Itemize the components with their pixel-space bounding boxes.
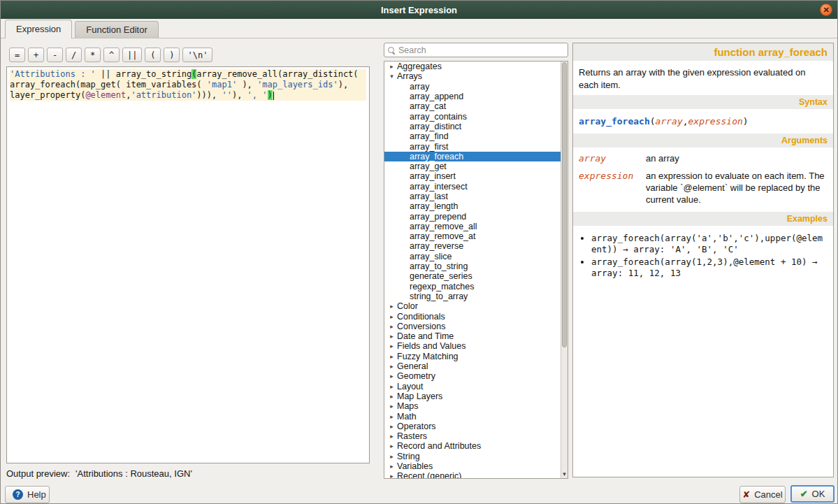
operator-button-8[interactable]: ) — [164, 48, 180, 62]
argument-description: an array — [646, 153, 828, 165]
tree-item-label: array_to_string — [410, 261, 468, 271]
search-icon — [388, 47, 395, 54]
scroll-down-icon[interactable]: ▾ — [561, 470, 568, 477]
tree-item-array-last[interactable]: array_last — [384, 192, 561, 201]
tree-item-label: Conditionals — [397, 312, 445, 322]
chevron-right-icon[interactable]: ▸ — [387, 423, 397, 430]
tree-item-array-length[interactable]: array_length — [384, 201, 561, 211]
chevron-right-icon[interactable]: ▸ — [387, 442, 397, 449]
tree-item-array[interactable]: array — [384, 82, 561, 92]
code-line: array_foreach(map_get( item_variables( '… — [10, 80, 366, 90]
operator-button-4[interactable]: * — [85, 48, 101, 62]
tree-group-operators[interactable]: ▸Operators — [384, 422, 561, 431]
chevron-right-icon[interactable]: ▸ — [387, 383, 397, 390]
operator-button-0[interactable]: = — [9, 48, 25, 62]
tree-group-string[interactable]: ▸String — [384, 452, 561, 461]
tree-item-label: array_slice — [410, 252, 451, 261]
tree-group-arrays[interactable]: ▾Arrays — [384, 71, 561, 81]
tree-item-regexp-matches[interactable]: regexp_matches — [384, 282, 561, 291]
tree-item-array-distinct[interactable]: array_distinct — [384, 122, 561, 131]
tree-item-array-foreach[interactable]: array_foreach — [384, 152, 561, 161]
tree-scrollbar[interactable]: ▾ — [561, 62, 568, 478]
tab-expression[interactable]: Expression — [5, 20, 72, 38]
expression-editor[interactable]: 'Attributions : ' || array_to_string(arr… — [6, 66, 370, 463]
tree-group-maps[interactable]: ▸Maps — [384, 401, 561, 411]
tree-item-array-contains[interactable]: array_contains — [384, 111, 561, 121]
search-input[interactable] — [398, 45, 564, 55]
tree-group-layout[interactable]: ▸Layout — [384, 382, 561, 391]
tree-group-conditionals[interactable]: ▸Conditionals — [384, 311, 561, 321]
tree-group-fuzzy-matching[interactable]: ▸Fuzzy Matching — [384, 352, 561, 361]
tree-item-array-intersect[interactable]: array_intersect — [384, 182, 561, 192]
tree-item-array-reverse[interactable]: array_reverse — [384, 241, 561, 251]
tree-item-label: array_last — [410, 192, 448, 201]
tree-item-array-remove-at[interactable]: array_remove_at — [384, 231, 561, 241]
tab-content-divider — [1, 38, 837, 38]
tab-bar: Expression Function Editor — [5, 20, 159, 38]
chevron-right-icon[interactable]: ▸ — [387, 63, 397, 70]
operator-button-2[interactable]: - — [47, 48, 63, 62]
chevron-right-icon[interactable]: ▸ — [387, 303, 397, 310]
tree-group-geometry[interactable]: ▸Geometry — [384, 371, 561, 381]
chevron-right-icon[interactable]: ▸ — [387, 463, 397, 470]
tree-item-string-to-array[interactable]: string_to_array — [384, 291, 561, 301]
tree-scrollbar-thumb[interactable] — [562, 62, 567, 347]
tree-group-recent-generic[interactable]: ▸Recent (generic) — [384, 471, 561, 479]
chevron-right-icon[interactable]: ▸ — [387, 313, 397, 320]
operator-button-1[interactable]: + — [28, 48, 44, 62]
operator-button-5[interactable]: ^ — [103, 48, 120, 62]
tree-item-array-remove-all[interactable]: array_remove_all — [384, 222, 561, 231]
arguments-header: Arguments — [573, 134, 833, 147]
tree-item-array-find[interactable]: array_find — [384, 131, 561, 141]
tree-group-general[interactable]: ▸General — [384, 361, 561, 371]
chevron-right-icon[interactable]: ▸ — [387, 453, 397, 460]
chevron-down-icon[interactable]: ▾ — [387, 73, 397, 80]
chevron-right-icon[interactable]: ▸ — [387, 413, 397, 420]
help-button[interactable]: ? Help — [5, 486, 50, 503]
example-item: array_foreach(array('a','b','c'),upper(@… — [591, 233, 828, 256]
code-token — [96, 69, 101, 79]
tree-item-generate-series[interactable]: generate_series — [384, 271, 561, 281]
close-icon[interactable]: ✕ — [820, 3, 832, 16]
ok-button[interactable]: ✔ OK — [790, 485, 835, 503]
operator-button-6[interactable]: || — [122, 48, 142, 62]
tree-item-array-cat[interactable]: array_cat — [384, 101, 561, 111]
chevron-right-icon[interactable]: ▸ — [387, 353, 397, 360]
tree-group-rasters[interactable]: ▸Rasters — [384, 431, 561, 441]
tree-item-label: Aggregates — [397, 62, 442, 71]
chevron-right-icon[interactable]: ▸ — [387, 333, 397, 340]
chevron-right-icon[interactable]: ▸ — [387, 433, 397, 440]
tree-item-array-to-string[interactable]: array_to_string — [384, 261, 561, 271]
tree-group-math[interactable]: ▸Math — [384, 411, 561, 421]
tree-group-variables[interactable]: ▸Variables — [384, 461, 561, 471]
tree-item-array-prepend[interactable]: array_prepend — [384, 211, 561, 221]
tree-item-array-slice[interactable]: array_slice — [384, 252, 561, 261]
code-token: array_remove_all — [196, 69, 277, 79]
tree-item-array-get[interactable]: array_get — [384, 161, 561, 171]
chevron-right-icon[interactable]: ▸ — [387, 343, 397, 350]
chevron-right-icon[interactable]: ▸ — [387, 363, 397, 370]
tree-group-date-and-time[interactable]: ▸Date and Time — [384, 331, 561, 341]
tree-item-array-first[interactable]: array_first — [384, 141, 561, 151]
tree-item-array-insert[interactable]: array_insert — [384, 171, 561, 181]
chevron-right-icon[interactable]: ▸ — [387, 473, 397, 479]
tree-group-map-layers[interactable]: ▸Map Layers — [384, 391, 561, 401]
tree-group-color[interactable]: ▸Color — [384, 301, 561, 311]
examples-header: Examples — [573, 212, 833, 226]
tree-item-label: array_find — [410, 131, 449, 141]
tree-item-array-append[interactable]: array_append — [384, 92, 561, 101]
chevron-right-icon[interactable]: ▸ — [387, 403, 397, 410]
tree-group-fields-and-values[interactable]: ▸Fields and Values — [384, 341, 561, 351]
chevron-right-icon[interactable]: ▸ — [387, 373, 397, 380]
chevron-right-icon[interactable]: ▸ — [387, 393, 397, 400]
cancel-button[interactable]: ✘ Cancel — [739, 486, 786, 503]
operator-button-3[interactable]: / — [66, 48, 82, 62]
tree-group-aggregates[interactable]: ▸Aggregates — [384, 62, 561, 71]
operator-button-n[interactable]: '\n' — [182, 48, 212, 62]
tree-group-record-and-attributes[interactable]: ▸Record and Attributes — [384, 441, 561, 451]
chevron-right-icon[interactable]: ▸ — [387, 323, 397, 330]
tab-function-editor[interactable]: Function Editor — [75, 21, 158, 38]
operator-button-7[interactable]: ( — [145, 48, 161, 62]
tree-group-conversions[interactable]: ▸Conversions — [384, 322, 561, 331]
tree-item-label: Fields and Values — [397, 341, 465, 351]
